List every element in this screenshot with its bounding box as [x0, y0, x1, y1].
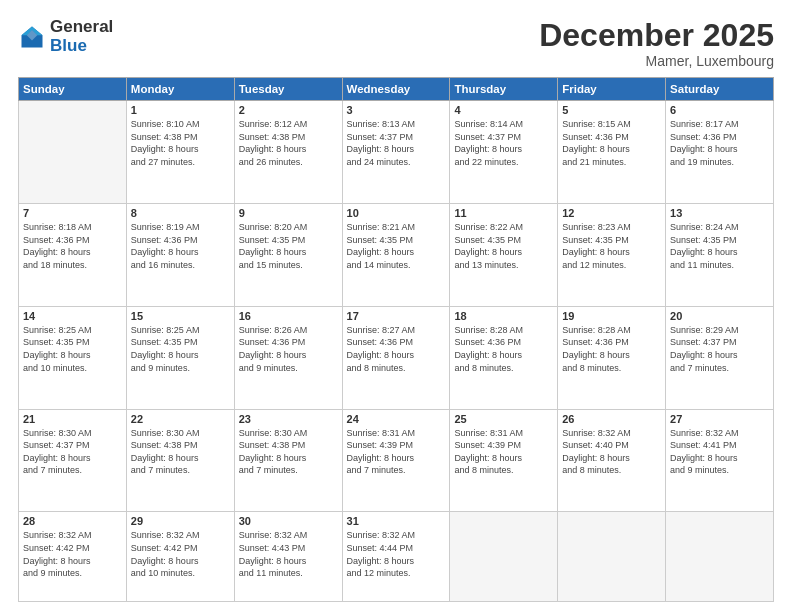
day-info: Sunrise: 8:31 AMSunset: 4:39 PMDaylight:… — [347, 427, 446, 477]
day-number: 31 — [347, 515, 446, 527]
day-number: 19 — [562, 310, 661, 322]
day-info: Sunrise: 8:32 AMSunset: 4:42 PMDaylight:… — [131, 529, 230, 579]
header-thursday: Thursday — [450, 78, 558, 101]
week-row-4: 21Sunrise: 8:30 AMSunset: 4:37 PMDayligh… — [19, 409, 774, 512]
day-info: Sunrise: 8:14 AMSunset: 4:37 PMDaylight:… — [454, 118, 553, 168]
calendar-cell: 11Sunrise: 8:22 AMSunset: 4:35 PMDayligh… — [450, 204, 558, 307]
day-number: 20 — [670, 310, 769, 322]
calendar-cell: 20Sunrise: 8:29 AMSunset: 4:37 PMDayligh… — [666, 306, 774, 409]
calendar-cell: 6Sunrise: 8:17 AMSunset: 4:36 PMDaylight… — [666, 101, 774, 204]
header-wednesday: Wednesday — [342, 78, 450, 101]
calendar-cell: 24Sunrise: 8:31 AMSunset: 4:39 PMDayligh… — [342, 409, 450, 512]
day-info: Sunrise: 8:28 AMSunset: 4:36 PMDaylight:… — [454, 324, 553, 374]
page: General Blue December 2025 Mamer, Luxemb… — [0, 0, 792, 612]
day-info: Sunrise: 8:32 AMSunset: 4:44 PMDaylight:… — [347, 529, 446, 579]
day-info: Sunrise: 8:29 AMSunset: 4:37 PMDaylight:… — [670, 324, 769, 374]
day-number: 29 — [131, 515, 230, 527]
day-number: 7 — [23, 207, 122, 219]
calendar-cell: 27Sunrise: 8:32 AMSunset: 4:41 PMDayligh… — [666, 409, 774, 512]
day-info: Sunrise: 8:22 AMSunset: 4:35 PMDaylight:… — [454, 221, 553, 271]
day-number: 25 — [454, 413, 553, 425]
calendar-cell: 28Sunrise: 8:32 AMSunset: 4:42 PMDayligh… — [19, 512, 127, 602]
day-info: Sunrise: 8:24 AMSunset: 4:35 PMDaylight:… — [670, 221, 769, 271]
day-info: Sunrise: 8:18 AMSunset: 4:36 PMDaylight:… — [23, 221, 122, 271]
week-row-3: 14Sunrise: 8:25 AMSunset: 4:35 PMDayligh… — [19, 306, 774, 409]
calendar-cell — [666, 512, 774, 602]
calendar-cell: 1Sunrise: 8:10 AMSunset: 4:38 PMDaylight… — [126, 101, 234, 204]
title-block: December 2025 Mamer, Luxembourg — [539, 18, 774, 69]
day-number: 26 — [562, 413, 661, 425]
day-info: Sunrise: 8:28 AMSunset: 4:36 PMDaylight:… — [562, 324, 661, 374]
day-number: 13 — [670, 207, 769, 219]
day-info: Sunrise: 8:26 AMSunset: 4:36 PMDaylight:… — [239, 324, 338, 374]
calendar-cell: 25Sunrise: 8:31 AMSunset: 4:39 PMDayligh… — [450, 409, 558, 512]
day-info: Sunrise: 8:13 AMSunset: 4:37 PMDaylight:… — [347, 118, 446, 168]
day-number: 3 — [347, 104, 446, 116]
day-info: Sunrise: 8:12 AMSunset: 4:38 PMDaylight:… — [239, 118, 338, 168]
day-number: 2 — [239, 104, 338, 116]
day-info: Sunrise: 8:32 AMSunset: 4:43 PMDaylight:… — [239, 529, 338, 579]
day-number: 14 — [23, 310, 122, 322]
day-info: Sunrise: 8:17 AMSunset: 4:36 PMDaylight:… — [670, 118, 769, 168]
logo-general: General — [50, 18, 113, 37]
calendar-cell: 12Sunrise: 8:23 AMSunset: 4:35 PMDayligh… — [558, 204, 666, 307]
calendar: Sunday Monday Tuesday Wednesday Thursday… — [18, 77, 774, 602]
day-number: 21 — [23, 413, 122, 425]
day-number: 12 — [562, 207, 661, 219]
header-tuesday: Tuesday — [234, 78, 342, 101]
day-number: 24 — [347, 413, 446, 425]
day-info: Sunrise: 8:32 AMSunset: 4:42 PMDaylight:… — [23, 529, 122, 579]
day-number: 11 — [454, 207, 553, 219]
calendar-cell: 31Sunrise: 8:32 AMSunset: 4:44 PMDayligh… — [342, 512, 450, 602]
day-info: Sunrise: 8:23 AMSunset: 4:35 PMDaylight:… — [562, 221, 661, 271]
calendar-cell: 13Sunrise: 8:24 AMSunset: 4:35 PMDayligh… — [666, 204, 774, 307]
calendar-cell: 5Sunrise: 8:15 AMSunset: 4:36 PMDaylight… — [558, 101, 666, 204]
day-number: 10 — [347, 207, 446, 219]
day-number: 16 — [239, 310, 338, 322]
calendar-cell: 10Sunrise: 8:21 AMSunset: 4:35 PMDayligh… — [342, 204, 450, 307]
day-number: 23 — [239, 413, 338, 425]
header-friday: Friday — [558, 78, 666, 101]
logo: General Blue — [18, 18, 113, 55]
day-info: Sunrise: 8:19 AMSunset: 4:36 PMDaylight:… — [131, 221, 230, 271]
day-info: Sunrise: 8:25 AMSunset: 4:35 PMDaylight:… — [131, 324, 230, 374]
day-number: 6 — [670, 104, 769, 116]
month-title: December 2025 — [539, 18, 774, 53]
calendar-cell: 18Sunrise: 8:28 AMSunset: 4:36 PMDayligh… — [450, 306, 558, 409]
day-info: Sunrise: 8:21 AMSunset: 4:35 PMDaylight:… — [347, 221, 446, 271]
day-number: 28 — [23, 515, 122, 527]
day-number: 30 — [239, 515, 338, 527]
calendar-cell: 22Sunrise: 8:30 AMSunset: 4:38 PMDayligh… — [126, 409, 234, 512]
calendar-cell: 7Sunrise: 8:18 AMSunset: 4:36 PMDaylight… — [19, 204, 127, 307]
header-monday: Monday — [126, 78, 234, 101]
day-number: 27 — [670, 413, 769, 425]
logo-blue: Blue — [50, 37, 113, 56]
calendar-cell: 29Sunrise: 8:32 AMSunset: 4:42 PMDayligh… — [126, 512, 234, 602]
day-info: Sunrise: 8:32 AMSunset: 4:41 PMDaylight:… — [670, 427, 769, 477]
week-row-1: 1Sunrise: 8:10 AMSunset: 4:38 PMDaylight… — [19, 101, 774, 204]
day-info: Sunrise: 8:15 AMSunset: 4:36 PMDaylight:… — [562, 118, 661, 168]
day-number: 9 — [239, 207, 338, 219]
calendar-cell: 17Sunrise: 8:27 AMSunset: 4:36 PMDayligh… — [342, 306, 450, 409]
day-number: 18 — [454, 310, 553, 322]
logo-text: General Blue — [50, 18, 113, 55]
calendar-cell: 21Sunrise: 8:30 AMSunset: 4:37 PMDayligh… — [19, 409, 127, 512]
weekday-header-row: Sunday Monday Tuesday Wednesday Thursday… — [19, 78, 774, 101]
day-info: Sunrise: 8:20 AMSunset: 4:35 PMDaylight:… — [239, 221, 338, 271]
calendar-cell: 26Sunrise: 8:32 AMSunset: 4:40 PMDayligh… — [558, 409, 666, 512]
calendar-cell — [558, 512, 666, 602]
day-info: Sunrise: 8:31 AMSunset: 4:39 PMDaylight:… — [454, 427, 553, 477]
day-number: 22 — [131, 413, 230, 425]
logo-icon — [18, 23, 46, 51]
calendar-cell: 4Sunrise: 8:14 AMSunset: 4:37 PMDaylight… — [450, 101, 558, 204]
calendar-cell: 9Sunrise: 8:20 AMSunset: 4:35 PMDaylight… — [234, 204, 342, 307]
day-number: 17 — [347, 310, 446, 322]
calendar-cell — [450, 512, 558, 602]
day-number: 8 — [131, 207, 230, 219]
week-row-2: 7Sunrise: 8:18 AMSunset: 4:36 PMDaylight… — [19, 204, 774, 307]
calendar-cell: 8Sunrise: 8:19 AMSunset: 4:36 PMDaylight… — [126, 204, 234, 307]
calendar-cell: 15Sunrise: 8:25 AMSunset: 4:35 PMDayligh… — [126, 306, 234, 409]
day-number: 15 — [131, 310, 230, 322]
header: General Blue December 2025 Mamer, Luxemb… — [18, 18, 774, 69]
day-info: Sunrise: 8:32 AMSunset: 4:40 PMDaylight:… — [562, 427, 661, 477]
